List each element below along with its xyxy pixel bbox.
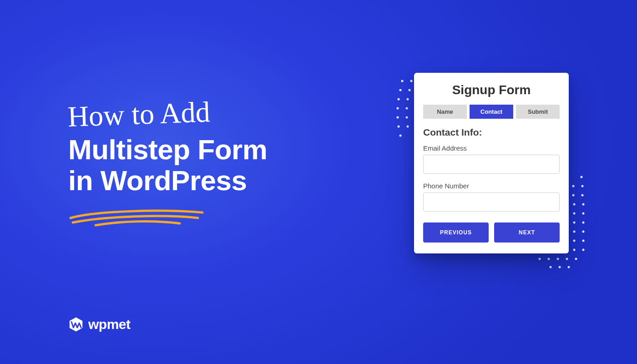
svg-point-32 [573,212,576,215]
brand-name: wpmet [88,317,131,332]
svg-point-54 [548,258,550,260]
svg-point-45 [573,240,576,242]
form-card-container: Signup Form Name Contact Submit Contact … [414,73,569,253]
section-title: Contact Info: [423,127,560,138]
svg-point-15 [397,107,399,110]
svg-point-1 [401,80,404,82]
svg-point-20 [398,126,400,128]
svg-point-52 [582,249,585,251]
svg-point-27 [581,194,584,197]
tab-contact[interactable]: Contact [470,105,513,119]
next-button[interactable]: NEXT [494,222,560,243]
svg-point-51 [573,249,576,251]
svg-point-40 [573,231,576,233]
svg-point-53 [539,258,541,260]
nav-buttons: PREVIOUS NEXT [423,222,560,243]
svg-point-41 [582,231,585,233]
tab-submit[interactable]: Submit [516,105,560,119]
svg-point-6 [399,89,402,91]
phone-label: Phone Number [423,182,560,190]
headline-script: How to Add [67,93,323,131]
previous-button[interactable]: PREVIOUS [423,222,489,243]
svg-point-11 [398,98,400,101]
svg-point-23 [581,176,583,178]
svg-point-21 [407,126,409,128]
hero-banner: How to Add Multistep Form in WordPress w… [0,0,637,364]
svg-point-29 [573,203,576,206]
svg-point-46 [582,240,585,242]
svg-point-16 [406,107,408,110]
svg-point-24 [572,185,575,187]
underline-scribble-icon [68,204,205,227]
wpmet-mark-icon [68,317,84,332]
svg-point-33 [582,212,585,215]
email-label: Email Address [423,144,560,152]
headline-line-2: in WordPress [68,165,323,196]
email-field[interactable] [423,155,560,174]
svg-point-7 [409,89,411,91]
svg-point-37 [582,222,585,224]
svg-point-59 [559,266,561,268]
svg-point-58 [550,266,552,268]
brand-logo: wpmet [68,317,131,332]
svg-point-25 [581,185,584,187]
svg-point-56 [566,258,568,260]
form-title: Signup Form [423,83,560,97]
svg-point-2 [410,80,413,82]
svg-point-12 [407,98,409,101]
step-tabs: Name Contact Submit [423,105,560,119]
headline-block: How to Add Multistep Form in WordPress [68,102,323,229]
svg-point-55 [557,258,559,260]
svg-point-30 [582,203,585,206]
svg-point-22 [399,135,402,137]
svg-point-60 [568,266,570,268]
signup-form-card: Signup Form Name Contact Submit Contact … [414,73,569,253]
headline-line-1: Multistep Form [68,134,323,165]
svg-point-19 [406,116,408,119]
svg-point-36 [573,222,576,224]
tab-name[interactable]: Name [423,105,467,119]
svg-point-26 [572,194,575,197]
svg-point-57 [575,258,577,260]
svg-point-18 [397,116,399,119]
phone-field[interactable] [423,192,560,212]
